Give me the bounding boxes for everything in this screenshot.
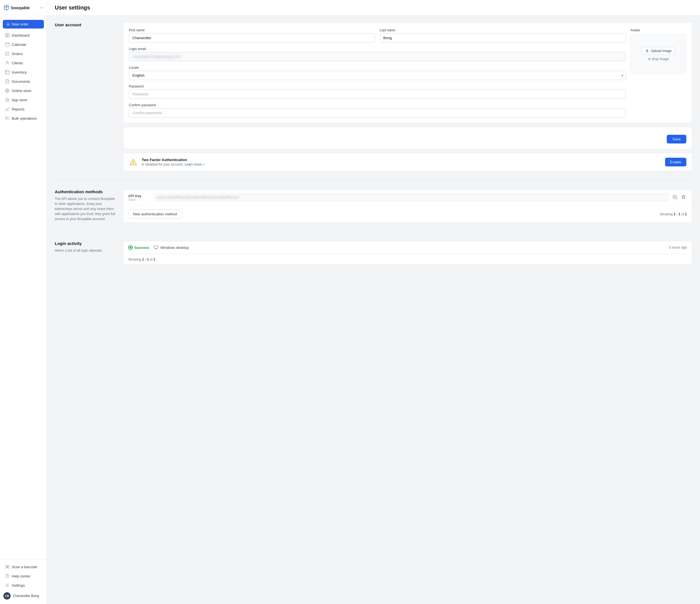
- collapse-sidebar-button[interactable]: ‹‹: [40, 5, 43, 10]
- auth-methods-desc: The API allows you to connect Booqable t…: [55, 196, 116, 221]
- plus-icon: [6, 22, 10, 26]
- password-input[interactable]: [129, 90, 626, 99]
- sidebar-item-bulk-operations[interactable]: Bulk operations: [2, 114, 45, 123]
- auth-actions: [672, 194, 687, 201]
- login-activity-desc: Here's a list of all login attempts: [55, 248, 116, 253]
- online-store-icon: [5, 88, 9, 93]
- upload-image-button[interactable]: Upload image: [642, 47, 675, 55]
- learn-more-link[interactable]: Learn more ↗: [184, 163, 205, 166]
- sidebar-item-calendar[interactable]: Calendar: [2, 40, 45, 49]
- page-title: User settings: [55, 4, 692, 11]
- sidebar-item-documents[interactable]: Documents: [2, 77, 45, 86]
- section-left-account: User account: [55, 22, 116, 171]
- sidebar-item-clients[interactable]: Clients: [2, 58, 45, 67]
- delete-token-button[interactable]: [680, 194, 687, 201]
- drop-image-text: or drop Image: [648, 57, 669, 61]
- confirm-password-group: Confirm password: [129, 103, 626, 117]
- enable-2fa-button[interactable]: Enable: [665, 158, 686, 166]
- name-row: First name Last name: [129, 28, 626, 43]
- login-activity-section: Login activity Here's a list of all logi…: [55, 241, 692, 273]
- documents-icon: [5, 79, 9, 83]
- svg-rect-2: [7, 33, 9, 35]
- copy-token-button[interactable]: [672, 194, 678, 201]
- api-key-title: API Key: [128, 194, 151, 198]
- activity-device: Windows desktop: [154, 245, 665, 250]
- sidebar-item-orders[interactable]: Orders: [2, 49, 45, 58]
- account-name-card: First name Last name Login emai: [123, 22, 692, 123]
- email-label: Login email: [129, 47, 626, 51]
- auth-methods-section: Authentication methods The API allows yo…: [55, 189, 692, 232]
- calendar-icon: [5, 42, 9, 47]
- activity-time: 5 hours ago: [669, 245, 687, 249]
- sidebar-item-inventory[interactable]: Inventory: [2, 68, 45, 77]
- auth-showing-text: Showing 1 - 1 of 1: [660, 212, 687, 216]
- two-factor-card: Two Factor Authentication Is disabled fo…: [123, 153, 692, 171]
- orders-icon: [5, 51, 9, 56]
- sidebar-item-dashboard[interactable]: Dashboard: [2, 31, 45, 40]
- dashboard-icon: [5, 33, 9, 38]
- sidebar: booqable ‹‹ New order Dashboard: [0, 0, 47, 604]
- save-card: Save: [123, 127, 692, 149]
- reports-icon: [5, 107, 9, 111]
- last-name-label: Last name: [380, 28, 626, 32]
- upload-icon: [645, 49, 649, 53]
- first-name-group: First name: [129, 28, 375, 43]
- monitor-icon: [154, 245, 158, 249]
- sidebar-bottom: Scan a barcode Help center Settings CB C…: [0, 559, 47, 604]
- user-account-section: User account First name: [55, 22, 692, 180]
- svg-point-13: [133, 163, 133, 164]
- sidebar-nav: New order Dashboard Calendar: [0, 16, 47, 559]
- sidebar-item-app-store[interactable]: App store: [2, 95, 45, 104]
- locale-select-wrapper: English ▾: [129, 71, 626, 80]
- svg-point-6: [6, 61, 8, 63]
- auth-methods-title: Authentication methods: [55, 189, 116, 194]
- avatar-label: Avatar: [630, 28, 686, 32]
- locale-select[interactable]: English: [129, 71, 626, 80]
- first-name-input[interactable]: [129, 33, 375, 43]
- save-button[interactable]: Save: [667, 135, 686, 143]
- sidebar-header: booqable ‹‹: [0, 0, 47, 16]
- password-group: Password: [129, 84, 626, 99]
- password-label: Password: [129, 84, 626, 88]
- external-link-icon: ↗: [203, 163, 205, 166]
- login-activity-card: Success Windows desktop 5 hours ago: [123, 241, 692, 265]
- copy-icon: [673, 195, 677, 199]
- confirm-password-input[interactable]: [129, 108, 626, 117]
- status-dot-inner: [130, 247, 131, 248]
- tfa-desc: Is disabled for your account. Learn more…: [142, 163, 661, 166]
- email-value: chanandler.bong@example.com: [132, 55, 180, 59]
- clients-icon: [5, 61, 9, 65]
- email-group: Login email chanandler.bong@example.com: [129, 47, 626, 61]
- svg-rect-15: [154, 246, 158, 248]
- sidebar-item-scan-barcode[interactable]: Scan a barcode: [2, 562, 45, 571]
- trash-icon: [681, 195, 686, 199]
- new-order-button[interactable]: New order: [3, 20, 44, 28]
- activity-showing-text: Showing 1 - 1 of 1: [128, 258, 155, 262]
- section-right-auth: API Key Token a1b2c3d4e5f6a1b2c3d4e5f6a1…: [123, 189, 692, 223]
- bulk-operations-icon: [5, 116, 9, 121]
- card-footer: Save: [129, 135, 686, 143]
- warning-icon: [129, 158, 138, 166]
- avatar-drop-zone[interactable]: Upload image or drop Image: [630, 34, 686, 74]
- status-badge: Success: [128, 245, 149, 250]
- sidebar-item-help-center[interactable]: Help center: [2, 572, 45, 581]
- new-auth-method-button[interactable]: New authentication method: [128, 210, 182, 219]
- sidebar-item-online-store[interactable]: Online store: [2, 86, 45, 95]
- inventory-icon: [5, 70, 9, 74]
- last-name-input[interactable]: [380, 33, 626, 43]
- svg-point-11: [7, 577, 7, 577]
- barcode-icon: [5, 564, 9, 569]
- user-name: Chanandler Bong: [13, 594, 39, 598]
- email-field-display: chanandler.bong@example.com: [129, 52, 626, 61]
- first-name-label: First name: [129, 28, 375, 32]
- section-right-activity: Success Windows desktop 5 hours ago: [123, 241, 692, 265]
- svg-rect-14: [674, 196, 677, 199]
- auth-footer: New authentication method Showing 1 - 1 …: [123, 206, 692, 223]
- content-area: User account First name: [47, 16, 700, 289]
- page-header: User settings: [47, 0, 700, 16]
- svg-rect-4: [7, 35, 9, 37]
- user-profile-item[interactable]: CB Chanandler Bong: [0, 590, 47, 602]
- sidebar-item-settings[interactable]: Settings: [2, 581, 45, 590]
- sidebar-item-reports[interactable]: Reports: [2, 104, 45, 114]
- settings-icon: [5, 583, 9, 587]
